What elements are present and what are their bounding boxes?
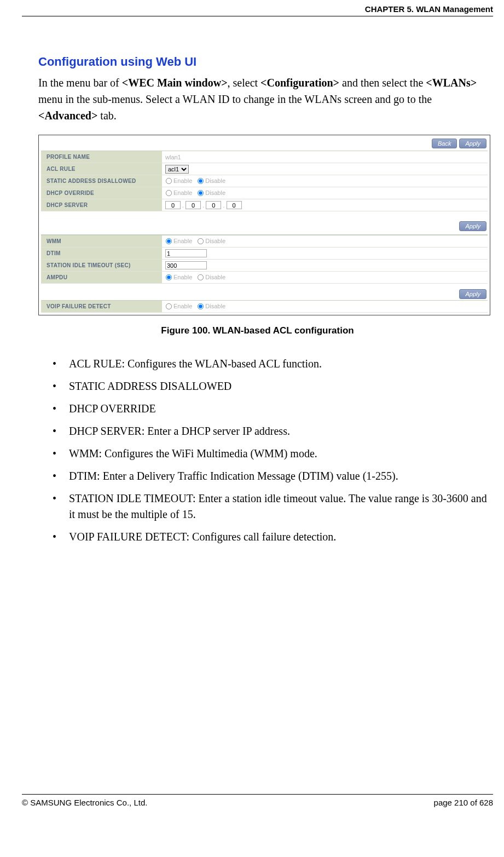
radio-label: Enable: [173, 303, 192, 309]
apply-button[interactable]: Apply: [459, 289, 486, 299]
row-label: STATIC ADDRESS DISALLOWED: [41, 175, 162, 187]
dhcp-ip-octet-4[interactable]: [227, 201, 242, 209]
table-row: STATION IDLE TIMEOUT (SEC): [41, 260, 488, 272]
row-label: STATION IDLE TIMEOUT (SEC): [41, 260, 162, 272]
bullet-dot: •: [53, 378, 69, 394]
bullet-dot: •: [53, 446, 69, 462]
acl-rule-select[interactable]: acl1: [165, 165, 189, 174]
dhcp-ip-octet-3[interactable]: [206, 201, 221, 209]
copyright-text: © SAMSUNG Electronics Co., Ltd.: [22, 798, 147, 807]
section-title: Configuration using Web UI: [38, 55, 493, 69]
table-row: DHCP OVERRIDE Enable Disable: [41, 187, 488, 199]
bullet-text: VOIP FAILURE DETECT: Configures call fai…: [69, 529, 336, 545]
bullet-dot: •: [53, 529, 69, 545]
table-row: WMM Enable Disable: [41, 235, 488, 248]
list-item: •STATION IDLE TIMEOUT: Enter a station i…: [53, 491, 490, 522]
dhcp-override-enable-radio[interactable]: [166, 190, 172, 196]
config-table-2: WMM Enable Disable DTIM STATION IDLE TIM…: [41, 235, 488, 284]
radio-label: Disable: [205, 177, 225, 184]
list-item: •DTIM: Enter a Delivery Traffic Indicati…: [53, 468, 490, 484]
radio-label: Enable: [173, 274, 192, 280]
list-item: •ACL RULE: Configures the WLAN-based ACL…: [53, 356, 490, 372]
intro-text: menu in the sub-menus. Select a WLAN ID …: [38, 93, 432, 105]
bullet-dot: •: [53, 423, 69, 439]
radio-label: Disable: [205, 274, 225, 280]
back-button[interactable]: Back: [432, 139, 457, 148]
config-table-3: VOIP FAILURE DETECT Enable Disable: [41, 300, 488, 313]
page-number: page 210 of 628: [434, 798, 493, 807]
page-footer: © SAMSUNG Electronics Co., Ltd. page 210…: [22, 794, 493, 818]
figure-caption: Figure 100. WLAN-based ACL configuration: [22, 325, 493, 336]
static-addr-disable-radio[interactable]: [198, 178, 204, 184]
dtim-input[interactable]: [165, 249, 207, 257]
bullet-text: DTIM: Enter a Delivery Traffic Indicatio…: [69, 468, 398, 484]
bullet-dot: •: [53, 491, 69, 522]
list-item: •VOIP FAILURE DETECT: Configures call fa…: [53, 529, 490, 545]
voip-failure-disable-radio[interactable]: [198, 303, 204, 309]
row-label: VOIP FAILURE DETECT: [41, 301, 162, 313]
dhcp-override-disable-radio[interactable]: [198, 190, 204, 196]
bullet-text: ACL RULE: Configures the WLAN-based ACL …: [69, 356, 322, 372]
bullet-list: •ACL RULE: Configures the WLAN-based ACL…: [53, 356, 490, 545]
row-label: ACL RULE: [41, 163, 162, 175]
bullet-text: STATIC ADDRESS DISALLOWED: [69, 378, 231, 394]
row-label: WMM: [41, 235, 162, 248]
bullet-text: DHCP OVERRIDE: [69, 401, 156, 417]
intro-bold: <WLANs>: [426, 77, 477, 89]
dhcp-ip-octet-2[interactable]: [186, 201, 201, 209]
table-row: VOIP FAILURE DETECT Enable Disable: [41, 301, 488, 313]
bullet-text: DHCP SERVER: Enter a DHCP server IP addr…: [69, 423, 290, 439]
static-addr-enable-radio[interactable]: [166, 178, 172, 184]
wmm-disable-radio[interactable]: [198, 238, 204, 244]
bullet-text: STATION IDLE TIMEOUT: Enter a station id…: [69, 491, 490, 522]
table-row: AMPDU Enable Disable: [41, 272, 488, 284]
radio-label: Disable: [205, 303, 225, 309]
intro-text: In the menu bar of: [38, 77, 122, 89]
station-idle-timeout-input[interactable]: [165, 261, 207, 269]
intro-text: tab.: [97, 110, 116, 122]
table-row: PROFILE NAME wlan1: [41, 151, 488, 163]
list-item: •STATIC ADDRESS DISALLOWED: [53, 378, 490, 394]
bullet-dot: •: [53, 356, 69, 372]
bullet-text: WMM: Configures the WiFi Multimedia (WMM…: [69, 446, 317, 462]
voip-failure-enable-radio[interactable]: [166, 303, 172, 309]
table-row: STATIC ADDRESS DISALLOWED Enable Disable: [41, 175, 488, 187]
list-item: •DHCP OVERRIDE: [53, 401, 490, 417]
radio-label: Disable: [205, 189, 225, 196]
table-row: DHCP SERVER . . .: [41, 199, 488, 211]
radio-label: Disable: [205, 238, 225, 244]
intro-bold: <Configuration>: [260, 77, 339, 89]
bullet-dot: •: [53, 468, 69, 484]
table-row: DTIM: [41, 248, 488, 260]
chapter-header: CHAPTER 5. WLAN Management: [22, 4, 493, 16]
list-item: •WMM: Configures the WiFi Multimedia (WM…: [53, 446, 490, 462]
radio-label: Enable: [173, 177, 192, 184]
profile-name-value: wlan1: [165, 154, 181, 160]
row-label: DHCP OVERRIDE: [41, 187, 162, 199]
row-label: PROFILE NAME: [41, 151, 162, 163]
dhcp-ip-octet-1[interactable]: [165, 201, 181, 209]
config-table-1: PROFILE NAME wlan1 ACL RULE acl1 STATIC …: [41, 151, 488, 211]
row-label: DTIM: [41, 248, 162, 260]
row-label: AMPDU: [41, 272, 162, 284]
apply-button[interactable]: Apply: [459, 221, 486, 231]
intro-bold: <Advanced>: [38, 110, 97, 122]
apply-button[interactable]: Apply: [459, 139, 486, 148]
table-row: ACL RULE acl1: [41, 163, 488, 175]
intro-text: and then select the: [339, 77, 426, 89]
radio-label: Enable: [173, 189, 192, 196]
radio-label: Enable: [173, 238, 192, 244]
ampdu-enable-radio[interactable]: [166, 274, 172, 280]
wmm-enable-radio[interactable]: [166, 238, 172, 244]
row-label: DHCP SERVER: [41, 199, 162, 211]
bullet-dot: •: [53, 401, 69, 417]
ampdu-disable-radio[interactable]: [198, 274, 204, 280]
intro-paragraph: In the menu bar of <WEC Main window>, se…: [38, 74, 490, 124]
list-item: •DHCP SERVER: Enter a DHCP server IP add…: [53, 423, 490, 439]
figure-screenshot: Back Apply PROFILE NAME wlan1 ACL RULE a…: [38, 135, 490, 315]
intro-bold: <WEC Main window>: [122, 77, 228, 89]
intro-text: , select: [228, 77, 261, 89]
